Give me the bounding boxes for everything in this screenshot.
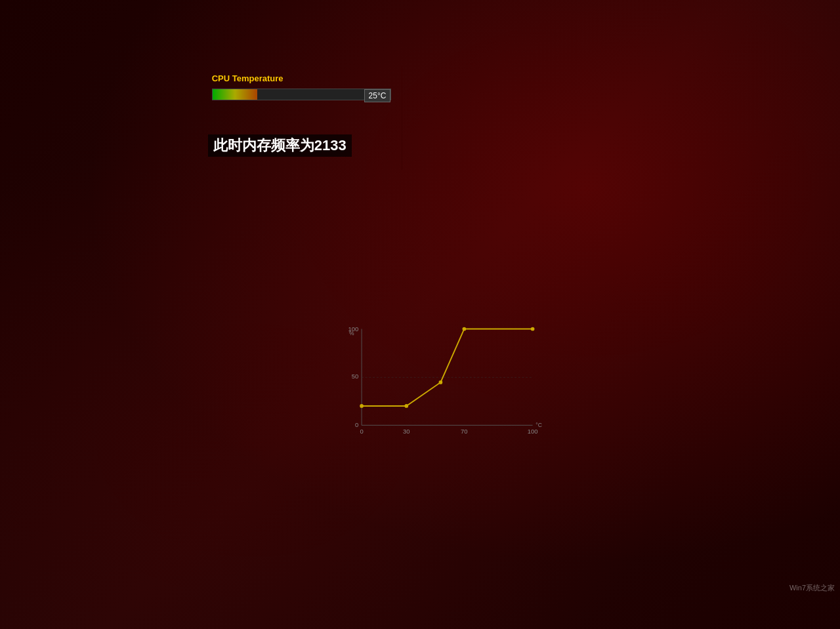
cpu-temp-title: CPU Temperature <box>212 73 392 83</box>
chinese-note: 此时内存频率为2133 <box>208 134 352 157</box>
temp-value-badge: 25°C <box>364 89 391 102</box>
svg-point-28 <box>463 327 467 331</box>
svg-point-26 <box>404 404 408 408</box>
background-overlay <box>0 0 840 629</box>
svg-text:°C: °C <box>536 422 542 428</box>
fan-chart-svg: 100 50 0 % 0 30 70 100 °C <box>286 323 593 441</box>
temp-bar-fill <box>213 89 257 100</box>
svg-text:100: 100 <box>528 428 538 435</box>
cpu-temp-section: CPU Temperature 25°C 此时内存频率为2133 <box>201 66 403 170</box>
svg-point-27 <box>439 380 443 384</box>
temp-bar-background: 25°C <box>212 89 392 100</box>
svg-text:%: % <box>349 330 354 336</box>
watermark: Win7系统之家 <box>789 583 835 593</box>
svg-text:30: 30 <box>403 428 410 435</box>
cpu-fan-chart-area: 100 50 0 % 0 30 70 100 °C <box>286 323 593 441</box>
svg-text:0: 0 <box>360 428 363 435</box>
svg-text:70: 70 <box>461 428 468 435</box>
svg-point-25 <box>360 404 364 408</box>
svg-point-29 <box>531 327 535 331</box>
main-container: ROG UEFI BIOS Utility – EZ Mode 01/07/20… <box>0 0 840 629</box>
svg-text:0: 0 <box>355 421 358 428</box>
temp-bar-container: 25°C <box>212 89 392 100</box>
svg-text:50: 50 <box>352 373 359 380</box>
